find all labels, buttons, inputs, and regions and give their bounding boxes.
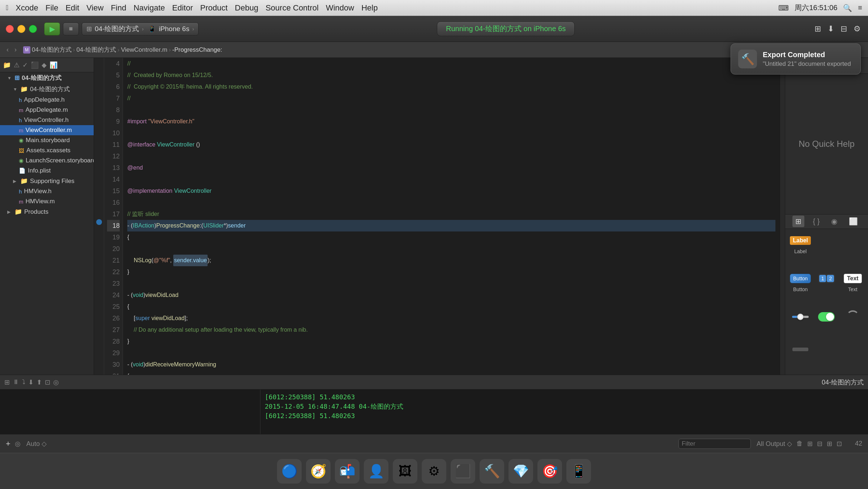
folder-icon[interactable]: 📁 bbox=[3, 61, 11, 69]
obj-item-slider[interactable] bbox=[788, 308, 813, 339]
dock-contacts[interactable]: 👤 bbox=[364, 459, 388, 484]
sim-location-icon[interactable]: ◎ bbox=[53, 378, 59, 386]
sidebar-item-products[interactable]: ▶ 📁 Products bbox=[0, 207, 94, 217]
inspector-toggle[interactable]: ⊟ bbox=[839, 23, 848, 35]
preferences-icon[interactable]: ⚙ bbox=[852, 23, 862, 35]
toggle-icon bbox=[817, 310, 836, 323]
step-over-icon[interactable]: ⤵ bbox=[22, 378, 25, 386]
menu-product[interactable]: Product bbox=[200, 3, 228, 13]
navigator-toggle[interactable]: ⊞ bbox=[813, 23, 822, 35]
scrollbar[interactable] bbox=[780, 58, 785, 375]
sidebar-item-hmview-h[interactable]: h HMView.h bbox=[0, 186, 94, 196]
breadcrumb-folder[interactable]: 04-绘图的方式 bbox=[76, 46, 116, 54]
menu-navigate[interactable]: Navigate bbox=[133, 3, 165, 13]
obj-lib-tab2[interactable]: { } bbox=[810, 216, 823, 227]
sidebar-item-main-storyboard[interactable]: ◉ Main.storyboard bbox=[0, 135, 94, 145]
dock-photos[interactable]: 🖼 bbox=[393, 459, 417, 484]
menu-window[interactable]: Window bbox=[326, 3, 354, 13]
code-editor[interactable]: 4 5 6 7 8 9 10 11 12 13 14 15 16 17 18 1… bbox=[94, 58, 785, 375]
report-icon[interactable]: 📊 bbox=[50, 61, 58, 69]
sidebar-item-viewcontroller-m[interactable]: m ViewController.m bbox=[0, 125, 94, 135]
obj-item-activity[interactable] bbox=[841, 308, 865, 339]
dock-app1[interactable]: 🎯 bbox=[537, 459, 562, 484]
sidebar-item-assets[interactable]: 🖼 Assets.xcassets bbox=[0, 145, 94, 156]
dock-safari[interactable]: 🧭 bbox=[306, 459, 331, 484]
sidebar-item-viewcontroller-h[interactable]: h ViewController.h bbox=[0, 115, 94, 125]
stop-button[interactable]: ■ bbox=[63, 22, 79, 35]
step-in-icon[interactable]: ⬇ bbox=[28, 378, 34, 386]
obj-item-label[interactable]: Label Label bbox=[788, 232, 813, 269]
apple-menu[interactable]:  bbox=[6, 4, 8, 12]
dock-finder[interactable]: 🔵 bbox=[277, 459, 302, 484]
clear-console-icon[interactable]: 🗑 bbox=[796, 440, 803, 447]
step-out-icon[interactable]: ⬆ bbox=[37, 378, 42, 386]
breadcrumb-method[interactable]: -ProgressChange: bbox=[172, 46, 222, 54]
menu-debug[interactable]: Debug bbox=[235, 3, 258, 13]
layout-icon-2[interactable]: ⊟ bbox=[817, 440, 822, 448]
menu-edit[interactable]: Edit bbox=[65, 3, 79, 13]
hide-debug-icon[interactable]: ⊞ bbox=[4, 378, 10, 386]
sidebar-item-group-main[interactable]: ▼ 📁 04-绘图的方式 bbox=[0, 84, 94, 95]
dock-sketch[interactable]: 💎 bbox=[509, 459, 533, 484]
obj-item-extra[interactable] bbox=[788, 341, 813, 372]
dock-mail[interactable]: 📬 bbox=[335, 459, 359, 484]
obj-item-button[interactable]: Button Button bbox=[788, 270, 813, 307]
run-button[interactable]: ▶ bbox=[44, 22, 60, 35]
obj-item-toggle[interactable] bbox=[814, 308, 839, 339]
menu-find[interactable]: Find bbox=[111, 3, 126, 13]
close-button[interactable] bbox=[6, 25, 14, 33]
forward-arrow[interactable]: › bbox=[12, 45, 19, 54]
obj-lib-tab1[interactable]: ⊞ bbox=[792, 216, 804, 227]
debug-icon[interactable]: ⬛ bbox=[31, 61, 39, 69]
debug-view-icon[interactable]: ⊡ bbox=[45, 378, 50, 386]
sidebar-item-info-plist[interactable]: 📄 Info.plist bbox=[0, 166, 94, 176]
sidebar-item-launchscreen[interactable]: ◉ LaunchScreen.storyboard bbox=[0, 156, 94, 166]
test-icon[interactable]: ✓ bbox=[22, 61, 28, 69]
maximize-button[interactable] bbox=[29, 25, 37, 33]
sidebar-item-hmview-m[interactable]: m HMView.m bbox=[0, 196, 94, 207]
console-output[interactable]: [6012:250388] 51.480263 2015-12-05 16:48… bbox=[260, 390, 868, 434]
line-num-22: 22 bbox=[107, 266, 120, 278]
sidebar-item-project[interactable]: ▼ ⊞ 04-绘图的方式 bbox=[0, 72, 94, 84]
menu-file[interactable]: File bbox=[46, 3, 58, 13]
menu-view[interactable]: View bbox=[86, 3, 103, 13]
dock-xcode[interactable]: 🔨 bbox=[480, 459, 504, 484]
filter-icon[interactable]: ◎ bbox=[15, 440, 21, 448]
obj-lib-tab4[interactable]: ⬜ bbox=[846, 216, 861, 227]
expand-icon[interactable]: ⊞ bbox=[827, 440, 832, 448]
debug-toggle[interactable]: ⬇ bbox=[826, 23, 835, 35]
sidebar-item-appdelegate-h[interactable]: h AppDelegate.h bbox=[0, 95, 94, 105]
gutter-18[interactable] bbox=[94, 216, 104, 228]
control-strip-icon[interactable]: ≡ bbox=[858, 4, 862, 12]
menu-help[interactable]: Help bbox=[361, 3, 378, 13]
input-method-icon[interactable]: ⌨ bbox=[778, 4, 789, 12]
filename-viewcontroller-m: ViewController.m bbox=[26, 127, 72, 134]
sidebar-item-appdelegate-m[interactable]: m AppDelegate.m bbox=[0, 105, 94, 115]
menu-xcode[interactable]: Xcode bbox=[16, 3, 38, 13]
breadcrumb-file[interactable]: ViewController.m bbox=[121, 46, 167, 54]
dock-ios-sim[interactable]: 📱 bbox=[566, 459, 591, 484]
code-content[interactable]: // // Created by Romeo on 15/12/5. // Co… bbox=[123, 58, 780, 375]
obj-lib-tab3[interactable]: ◉ bbox=[828, 216, 840, 227]
auto-layout-label[interactable]: Auto ◇ bbox=[26, 440, 47, 448]
breadcrumb-project[interactable]: 04-绘图的方式 bbox=[32, 46, 72, 54]
search-icon[interactable]: 🔍 bbox=[843, 4, 852, 12]
all-output-label[interactable]: All Output ◇ bbox=[757, 440, 792, 448]
filter-input[interactable] bbox=[678, 439, 751, 449]
menu-source-control[interactable]: Source Control bbox=[265, 3, 319, 13]
split-view-icon[interactable]: ⊞ bbox=[807, 440, 813, 448]
collapse-icon[interactable]: ⊡ bbox=[837, 440, 842, 448]
obj-item-text[interactable]: Text Text bbox=[841, 270, 865, 307]
pause-icon[interactable]: ⏸ bbox=[13, 378, 19, 386]
obj-item-segmented[interactable]: 1 2 bbox=[814, 270, 839, 307]
breakpoint-icon[interactable]: ◆ bbox=[42, 61, 47, 69]
warning-icon[interactable]: ⚠ bbox=[14, 61, 20, 69]
scheme-selector[interactable]: ⊞ 04-绘图的方式 › 📱 iPhone 6s › bbox=[82, 22, 199, 35]
add-button[interactable]: + bbox=[6, 439, 10, 448]
dock-pref[interactable]: ⚙ bbox=[422, 459, 446, 484]
dock-terminal[interactable]: ⬛ bbox=[451, 459, 475, 484]
sidebar-item-supporting-files[interactable]: ▶ 📁 Supporting Files bbox=[0, 176, 94, 186]
back-arrow[interactable]: ‹ bbox=[4, 45, 11, 54]
minimize-button[interactable] bbox=[17, 25, 25, 33]
menu-editor[interactable]: Editor bbox=[172, 3, 193, 13]
